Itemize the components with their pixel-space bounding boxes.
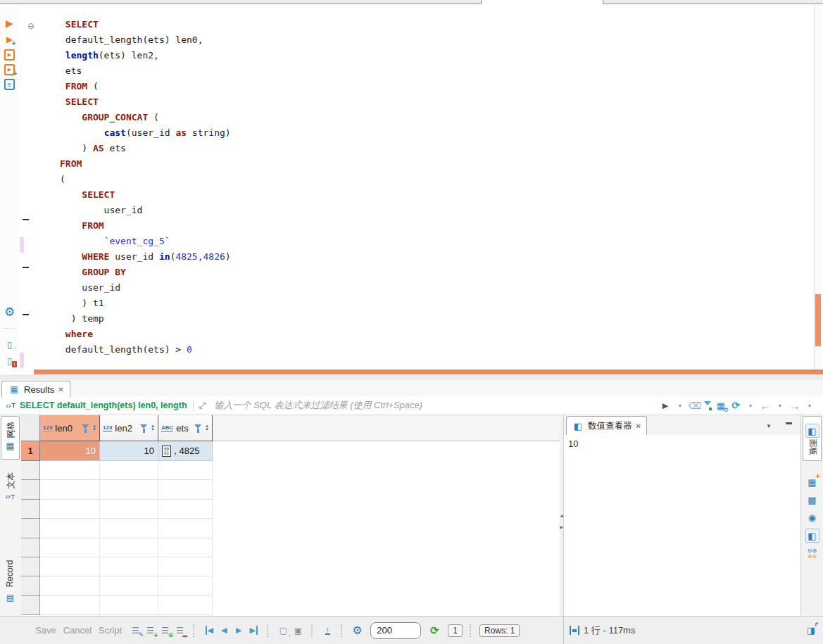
row-number[interactable] [21, 500, 40, 519]
previous-row-icon[interactable] [218, 624, 230, 637]
row-number[interactable]: 1 [21, 441, 40, 461]
empty-cell[interactable] [100, 557, 158, 576]
column-header-len2[interactable]: 123 len2 [100, 415, 158, 441]
tab-value-viewer[interactable]: 数值查看器 ✕ [566, 416, 647, 436]
table-row[interactable] [21, 519, 560, 538]
edit-cell-icon[interactable] [129, 624, 142, 637]
panel-minimize-icon[interactable] [782, 419, 795, 432]
grid-corner[interactable] [21, 415, 40, 441]
empty-cell[interactable] [40, 557, 100, 576]
table-row[interactable]: 1 10 10 00 02 , 4825 [21, 441, 560, 461]
fetch-size-input[interactable] [370, 622, 421, 639]
editor-results-splitter[interactable] [34, 370, 823, 374]
empty-cell[interactable] [40, 500, 100, 519]
execute-script-icon[interactable] [4, 49, 15, 61]
execute-sql-icon[interactable] [4, 17, 16, 30]
table-row[interactable] [21, 461, 560, 480]
drag-dots-icon[interactable] [4, 322, 16, 334]
empty-cell[interactable] [40, 480, 100, 499]
empty-cell[interactable] [158, 596, 213, 615]
settings-gear-icon[interactable] [4, 305, 16, 318]
delete-row-icon[interactable] [173, 624, 186, 637]
erase-filter-icon[interactable] [689, 399, 701, 412]
overview-ruler[interactable] [814, 4, 823, 370]
empty-cell[interactable] [40, 576, 100, 595]
save-filter-icon[interactable] [703, 399, 712, 412]
empty-cell[interactable] [158, 576, 213, 595]
row-number[interactable] [21, 538, 40, 557]
sort-icon[interactable] [92, 424, 96, 431]
nav-forward-icon[interactable] [789, 399, 801, 412]
cancel-button[interactable]: Cancel [63, 625, 92, 636]
table-row[interactable] [21, 500, 560, 519]
empty-cell[interactable] [158, 519, 213, 538]
export-resultset-icon[interactable] [321, 624, 334, 637]
explain-plan-icon[interactable] [4, 79, 15, 90]
row-number[interactable] [21, 596, 40, 615]
empty-cell[interactable] [40, 538, 100, 557]
row-number[interactable] [21, 557, 40, 576]
nav-back-icon[interactable] [759, 399, 772, 412]
empty-cell[interactable] [100, 519, 158, 538]
empty-cell[interactable] [100, 596, 158, 615]
sql-filter-icon[interactable] [4, 399, 17, 412]
tab-text-view[interactable]: 文本 [1, 463, 20, 514]
refresh-resultset-icon[interactable] [428, 624, 441, 637]
filter-funnel-icon[interactable] [194, 424, 202, 433]
export-sql-icon[interactable] [4, 338, 16, 351]
value-viewer-content[interactable]: 10 [564, 435, 800, 616]
apply-filter-icon[interactable] [659, 399, 672, 412]
first-row-icon[interactable] [203, 624, 215, 637]
empty-cell[interactable] [100, 461, 158, 480]
next-row-icon[interactable] [232, 624, 245, 637]
applied-filter-text[interactable]: SELECT default_length(ets) len0, length [20, 400, 187, 410]
filter-bar[interactable]: SELECT default_length(ets) len0, length … [0, 396, 823, 415]
close-icon[interactable]: ✕ [58, 386, 63, 393]
cell-len0[interactable]: 10 [40, 441, 100, 461]
filter-history-dropdown-icon[interactable] [674, 399, 686, 412]
result-grid[interactable]: 123 len0 123 len2 ABC ets [21, 415, 560, 616]
calc-panel-icon[interactable] [806, 476, 819, 488]
fold-marker[interactable] [23, 267, 29, 268]
empty-cell[interactable] [158, 557, 213, 576]
empty-cell[interactable] [40, 596, 100, 615]
row-number[interactable] [21, 461, 40, 480]
last-row-icon[interactable] [247, 624, 260, 637]
add-row-icon[interactable] [144, 624, 156, 637]
fetch-all-icon[interactable] [291, 624, 304, 637]
fetch-page-icon[interactable] [277, 624, 289, 637]
column-header-len0[interactable]: 123 len0 [40, 415, 100, 441]
empty-cell[interactable] [158, 500, 213, 519]
execute-script-new-tab-icon[interactable] [4, 64, 15, 75]
sort-icon[interactable] [205, 424, 209, 431]
fold-marker[interactable] [23, 314, 29, 315]
empty-cell[interactable] [100, 538, 158, 557]
sash-bar[interactable] [0, 374, 823, 380]
nav-back-dropdown-icon[interactable] [774, 399, 786, 412]
custom-filter-icon[interactable] [715, 399, 727, 412]
empty-cell[interactable] [100, 576, 158, 595]
filter-funnel-icon[interactable] [82, 424, 89, 433]
close-icon[interactable]: ✕ [636, 422, 641, 430]
tab-results[interactable]: Results ✕ [1, 381, 70, 398]
metadata-panel-icon[interactable] [806, 493, 819, 506]
row-number[interactable] [21, 480, 40, 499]
row-number[interactable] [21, 519, 40, 538]
refresh-dropdown-icon[interactable] [744, 399, 757, 412]
empty-cell[interactable] [158, 538, 213, 557]
script-button[interactable]: Script [99, 625, 122, 636]
table-row[interactable] [21, 538, 560, 557]
code-area[interactable]: SELECT default_length(ets) len0, length(… [34, 4, 815, 370]
empty-cell[interactable] [158, 480, 213, 499]
fold-marker[interactable] [23, 219, 29, 220]
tab-record-view[interactable]: Record [1, 560, 20, 612]
overview-marker[interactable] [815, 294, 821, 346]
filter-funnel-icon[interactable] [140, 424, 148, 433]
sql-editor[interactable]: SELECT default_length(ets) len0, length(… [0, 4, 823, 370]
grid-settings-icon[interactable] [351, 624, 363, 637]
table-row[interactable] [21, 596, 560, 615]
cell-len2[interactable]: 10 [100, 441, 158, 461]
empty-cell[interactable] [40, 461, 100, 480]
filter-input-placeholder[interactable]: 输入一个 SQL 表达式来过滤结果 (使用 Ctrl+Space) [215, 399, 659, 412]
execute-sql-new-tab-icon[interactable] [4, 33, 16, 46]
